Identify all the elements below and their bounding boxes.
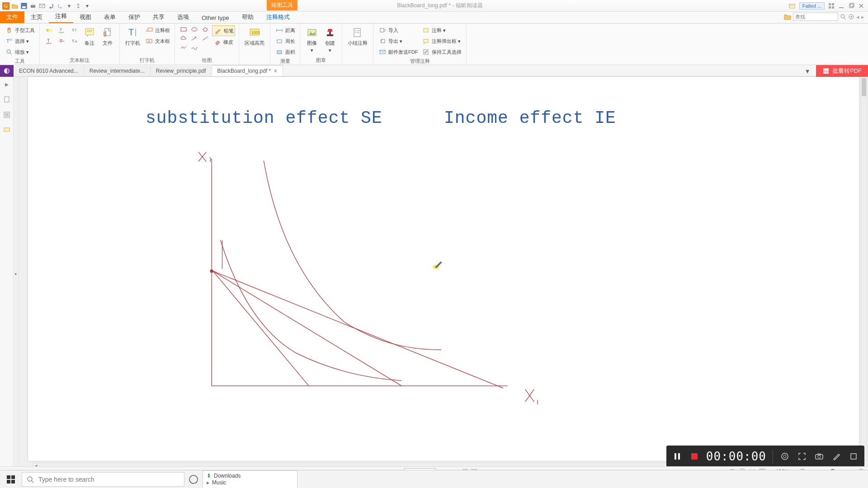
shape-oval[interactable] — [189, 25, 199, 33]
export-btn[interactable]: 导出▾ — [377, 36, 419, 46]
document-viewport[interactable]: substitution effect SE Income effect IE — [19, 77, 868, 470]
pencil-btn[interactable]: 铅笔 — [212, 25, 235, 36]
qat-more-icon[interactable]: ▾ — [65, 2, 73, 10]
strikeout-btn[interactable]: T — [56, 36, 67, 46]
tab-file[interactable]: 文件 — [0, 11, 24, 23]
tab-annot-format[interactable]: 注释格式 — [260, 11, 296, 23]
search-input[interactable] — [793, 13, 838, 21]
qat-dropdown-icon[interactable]: ▾ — [83, 2, 91, 10]
perimeter-btn[interactable]: 周长 — [274, 36, 296, 46]
typewriter-btn[interactable]: T打字机 — [123, 25, 142, 47]
tab-view[interactable]: 视图 — [73, 11, 98, 23]
stop-button[interactable] — [689, 451, 700, 462]
textbox-btn[interactable]: A文本框 — [144, 36, 171, 46]
open-icon[interactable] — [11, 2, 19, 10]
doctab-3[interactable]: Review_principle.pdf — [151, 66, 212, 76]
fullscreen-icon[interactable] — [797, 451, 807, 462]
save-icon[interactable] — [20, 2, 28, 10]
cortana-icon[interactable] — [184, 474, 203, 484]
comments-icon[interactable] — [2, 126, 11, 135]
scroll-thumb[interactable] — [862, 78, 866, 96]
callout-btn[interactable]: 注释框 — [144, 25, 171, 35]
email-icon[interactable] — [38, 2, 46, 10]
tab-share[interactable]: 共享 — [146, 11, 171, 23]
highlight-btn[interactable]: T — [43, 25, 54, 35]
shape-cloud[interactable] — [179, 34, 189, 42]
file-attach-btn[interactable]: 文件 — [99, 25, 116, 47]
print-icon[interactable] — [29, 2, 37, 10]
summary-btn[interactable]: 小结注释 — [346, 25, 369, 47]
stamp-image-btn[interactable]: 图像▾ — [304, 25, 320, 54]
import-btn[interactable]: 导入 — [377, 25, 419, 35]
search-go-icon[interactable] — [840, 14, 846, 20]
keep-tool-btn[interactable]: 保持工具选择 — [420, 47, 462, 57]
ribbon-group-summary: 小结注释 — [342, 23, 373, 65]
ribbon-group-tools: 手型工具 T选择▾ 缩放▾ 工具 — [0, 23, 40, 65]
shape-rect[interactable] — [179, 25, 189, 33]
area-btn[interactable]: 面积 — [274, 47, 296, 57]
minimize-icon[interactable] — [838, 3, 844, 9]
area-highlight-btn[interactable]: 1001区域高亮 — [243, 25, 266, 47]
taskbar-search[interactable]: Type here to search — [22, 472, 184, 487]
quick-access-popup[interactable]: ⬇Downloads ▸Music — [203, 470, 297, 488]
distance-btn[interactable]: 距离 — [274, 25, 296, 35]
tab-other[interactable]: Other type — [195, 13, 236, 23]
doctab-4[interactable]: BlackBoard_long.pdf *× — [212, 65, 283, 76]
close-icon[interactable] — [858, 3, 864, 9]
scroll-icon[interactable] — [74, 2, 82, 10]
webcam-icon[interactable] — [779, 451, 790, 462]
pause-button[interactable] — [672, 451, 683, 462]
shape-polyline[interactable] — [179, 43, 189, 52]
undo-icon[interactable] — [47, 2, 55, 10]
tabs-dropdown-icon[interactable]: ▾ — [806, 67, 809, 75]
home-tab-icon[interactable] — [0, 65, 14, 77]
doctab-1[interactable]: ECON 8010 Advanced... — [14, 66, 84, 76]
select-tool[interactable]: T选择▾ — [4, 36, 36, 46]
eraser-btn[interactable]: 橡皮 — [212, 37, 235, 47]
hand-tool[interactable]: 手型工具 — [4, 25, 36, 35]
shape-polygon[interactable] — [200, 25, 210, 33]
vertical-scrollbar[interactable] — [861, 77, 867, 461]
search-folder-icon[interactable] — [784, 14, 791, 20]
thumbnails-icon[interactable] — [2, 110, 11, 119]
email-fdf-btn[interactable]: 邮件发送FDF — [377, 47, 419, 57]
shape-line[interactable] — [200, 34, 210, 42]
screenshot-icon[interactable] — [814, 451, 825, 462]
squiggly-btn[interactable]: T — [56, 25, 67, 35]
search-options-icon[interactable] — [848, 14, 854, 20]
batch-convert-button[interactable]: PDF批量转PDF — [816, 65, 868, 77]
shape-arrow[interactable] — [189, 34, 199, 42]
tab-convert[interactable]: 选项 — [171, 11, 195, 23]
svg-point-74 — [210, 270, 213, 272]
search-next-icon[interactable]: ▸ — [861, 14, 864, 20]
grid-icon[interactable] — [828, 3, 835, 9]
tab-protect[interactable]: 保护 — [122, 11, 146, 23]
popup-btn[interactable]: 注释弹出框▾ — [420, 36, 462, 46]
tab-annotate[interactable]: 注释 — [49, 10, 73, 23]
restore-icon[interactable] — [848, 3, 854, 9]
panel-expand-icon[interactable]: ▸ — [2, 80, 11, 89]
replace-text-btn[interactable]: T — [69, 25, 80, 35]
stamp-create-btn[interactable]: 创建▾ — [322, 25, 338, 54]
doctab-close-icon[interactable]: × — [274, 67, 277, 75]
sync-status[interactable]: Failed ... — [799, 2, 825, 9]
search-prev-icon[interactable]: ◂ — [856, 14, 859, 20]
zoom-tool[interactable]: 缩放▾ — [4, 47, 36, 57]
start-button[interactable] — [0, 470, 22, 488]
notify-icon[interactable] — [788, 2, 796, 9]
redo-icon[interactable] — [56, 2, 64, 10]
tab-form[interactable]: 表单 — [98, 11, 122, 23]
insert-text-btn[interactable]: T — [69, 36, 80, 46]
show-annot-btn[interactable]: 注释▾ — [420, 25, 462, 35]
expand-icon[interactable] — [848, 451, 859, 462]
note-btn[interactable]: 备注 — [81, 25, 98, 47]
underline-btn[interactable]: T — [43, 36, 54, 46]
tab-home[interactable]: 主页 — [24, 11, 49, 23]
svg-rect-103 — [11, 475, 15, 479]
bookmarks-icon[interactable] — [2, 95, 11, 104]
tab-help[interactable]: 帮助 — [236, 11, 260, 23]
doctab-2[interactable]: Review_intermediate... — [84, 66, 151, 76]
shape-pencil2[interactable] — [189, 43, 199, 52]
panel-handle[interactable]: ▸ — [14, 77, 19, 470]
draw-icon[interactable] — [831, 451, 842, 462]
